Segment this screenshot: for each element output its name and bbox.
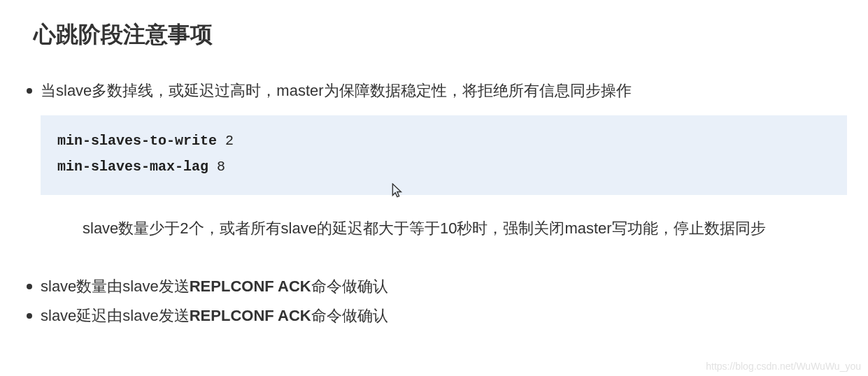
list-item: slave延迟由slave发送REPLCONF ACK命令做确认: [21, 303, 868, 328]
list-item-text: 当slave多数掉线，或延迟过高时，master为保障数据稳定性，将拒绝所有信息…: [41, 82, 632, 99]
code-value: 2: [217, 133, 234, 149]
code-key: min-slaves-to-write: [57, 133, 217, 149]
page-title: 心跳阶段注意事项: [0, 0, 868, 50]
list-item-text-bold: REPLCONF ACK: [190, 277, 311, 295]
sub-text: slave数量少于2个，或者所有slave的延迟都大于等于10秒时，强制关闭ma…: [21, 206, 868, 261]
bullet-list: 当slave多数掉线，或延迟过高时，master为保障数据稳定性，将拒绝所有信息…: [21, 78, 868, 103]
code-value: 8: [208, 159, 225, 175]
bullet-list: slave数量由slave发送REPLCONF ACK命令做确认 slave延迟…: [21, 274, 868, 327]
list-item-text-suffix: 命令做确认: [311, 307, 388, 324]
list-item: 当slave多数掉线，或延迟过高时，master为保障数据稳定性，将拒绝所有信息…: [21, 78, 868, 103]
list-item: slave数量由slave发送REPLCONF ACK命令做确认: [21, 274, 868, 298]
watermark: https://blog.csdn.net/WuWuWu_you: [706, 361, 861, 372]
code-line: min-slaves-max-lag 8: [57, 154, 830, 180]
code-line: min-slaves-to-write 2: [57, 128, 830, 154]
list-item-text-bold: REPLCONF ACK: [190, 307, 311, 324]
code-key: min-slaves-max-lag: [57, 159, 208, 175]
list-item-text-prefix: slave延迟由slave发送: [41, 307, 190, 324]
list-item-text-suffix: 命令做确认: [311, 277, 388, 295]
content-area: 当slave多数掉线，或延迟过高时，master为保障数据稳定性，将拒绝所有信息…: [0, 50, 868, 328]
list-item-text-prefix: slave数量由slave发送: [41, 277, 190, 295]
code-block: min-slaves-to-write 2 min-slaves-max-lag…: [41, 115, 847, 195]
